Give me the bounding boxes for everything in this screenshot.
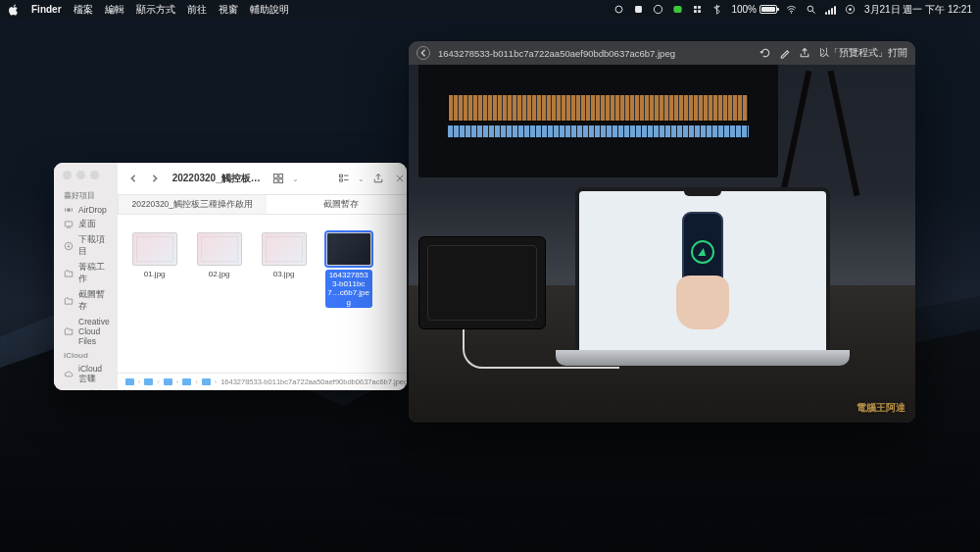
- tab-label: 截圖暫存: [323, 199, 359, 211]
- svg-point-0: [615, 6, 622, 13]
- folder-icon: [125, 378, 134, 385]
- thumbnail: [132, 232, 177, 266]
- minimize-button[interactable]: [76, 171, 85, 179]
- siri-icon[interactable]: [845, 4, 856, 15]
- sidebar-item-work[interactable]: 菁稿工作: [54, 260, 118, 287]
- sidebar-item-iclouddrive[interactable]: iCloud 雲碟: [54, 362, 118, 387]
- sidebar-item-desktop[interactable]: 桌面: [54, 217, 118, 232]
- sidebar-item-label: 桌面: [78, 219, 96, 230]
- tab-0[interactable]: 20220320_觸控板三種操作啟用: [118, 195, 267, 214]
- quicklook-filename: 1643278533-b011bc7a722aa50aef90bdb0637ac…: [438, 48, 675, 59]
- sidebar-item-ccfiles[interactable]: Creative Cloud Files: [54, 315, 118, 348]
- file-item[interactable]: 03.jpg: [261, 232, 308, 373]
- sidebar-item-label: iCloud 雲碟: [78, 364, 110, 385]
- svg-rect-16: [278, 175, 282, 178]
- file-grid: 01.jpg 02.jpg 03.jpg 1643278533-b011bc7……: [118, 215, 407, 373]
- file-item-selected[interactable]: 1643278533-b011bc7…c6b7.jpeg: [325, 232, 372, 373]
- menu-go[interactable]: 前往: [187, 3, 207, 17]
- rotate-button[interactable]: [757, 44, 774, 62]
- wifi-icon[interactable]: [786, 4, 797, 15]
- status-icon-1[interactable]: [613, 4, 624, 15]
- status-icon-3[interactable]: [653, 4, 663, 15]
- sidebar-item-label: 菁稿工作: [78, 262, 110, 285]
- svg-rect-5: [699, 6, 702, 9]
- sidebar-header-icloud: iCloud: [54, 348, 118, 362]
- menu-help[interactable]: 輔助說明: [250, 3, 289, 17]
- sidebar-item-airdrop[interactable]: AirDrop: [54, 203, 118, 217]
- zoom-button[interactable]: [90, 171, 99, 179]
- status-icon-4[interactable]: [692, 4, 703, 15]
- app-name[interactable]: Finder: [31, 4, 62, 15]
- menu-edit[interactable]: 編輯: [105, 3, 124, 17]
- forward-button[interactable]: [147, 171, 163, 186]
- chevron-down-icon[interactable]: ⌄: [292, 175, 299, 183]
- chevron-down-icon[interactable]: ⌄: [358, 175, 365, 183]
- apple-menu[interactable]: [8, 4, 20, 16]
- path-filename: 1643278533-b011bc7a722aa50aef90bdb0637ac…: [220, 377, 407, 386]
- line-icon[interactable]: [672, 4, 683, 15]
- sidebar-item-screenshots[interactable]: 截圖暫存: [54, 287, 118, 315]
- more-button[interactable]: [392, 171, 407, 186]
- path-bar[interactable]: › › › › › 1643278533-b011bc7a722aa50aef9…: [118, 373, 407, 390]
- file-name: 02.jpg: [209, 270, 230, 278]
- sidebar-item-downloads[interactable]: 下載項目: [54, 232, 118, 260]
- share-button[interactable]: [370, 171, 386, 186]
- open-with-preview-button[interactable]: 以「預覽程式」打開: [819, 47, 907, 60]
- lightning-bolt-icon: [698, 248, 708, 256]
- clock[interactable]: 3月21日 週一 下午 12:21: [864, 3, 972, 17]
- sidebar-item-label: 已共享: [78, 389, 105, 390]
- svg-rect-3: [674, 6, 682, 13]
- photo-macbook: [556, 187, 850, 383]
- finder-window[interactable]: 喜好項目 AirDrop 桌面 下載項目 菁稿工作 截圖暫存 Creative …: [54, 163, 407, 390]
- sidebar-item-shared[interactable]: 已共享: [54, 387, 118, 390]
- thumbnail: [262, 232, 307, 266]
- battery-status[interactable]: 100%: [731, 4, 777, 15]
- back-chevron-button[interactable]: [416, 46, 430, 60]
- folder-title: 20220320_觸控板…: [172, 172, 261, 185]
- search-icon[interactable]: [806, 4, 816, 15]
- file-name: 01.jpg: [144, 270, 166, 278]
- svg-point-9: [808, 6, 813, 12]
- file-item[interactable]: 02.jpg: [196, 232, 243, 373]
- charging-ring-icon: [691, 240, 714, 264]
- sidebar-item-label: AirDrop: [78, 205, 107, 215]
- svg-rect-6: [694, 10, 697, 13]
- tab-label: 20220320_觸控板三種操作啟用: [132, 199, 254, 211]
- group-button[interactable]: [336, 171, 352, 186]
- svg-rect-7: [699, 10, 702, 13]
- back-button[interactable]: [125, 171, 141, 186]
- menu-bar: Finder 檔案 編輯 顯示方式 前往 視窗 輔助說明 100% 3月21日 …: [0, 0, 980, 19]
- sidebar-header-favorites: 喜好項目: [54, 187, 118, 203]
- control-center-icon[interactable]: [825, 5, 836, 15]
- close-button[interactable]: [63, 171, 72, 179]
- markup-button[interactable]: [776, 44, 794, 62]
- folder-icon: [202, 378, 211, 385]
- folder-icon: [182, 378, 191, 385]
- thumbnail: [326, 232, 371, 266]
- bluetooth-icon[interactable]: [711, 4, 722, 15]
- photo-stand: [773, 70, 866, 207]
- svg-point-2: [655, 5, 662, 13]
- status-icon-2[interactable]: [633, 4, 644, 15]
- finder-tabs: 20220320_觸控板三種操作啟用 截圖暫存: [118, 195, 407, 215]
- svg-rect-17: [273, 179, 277, 183]
- share-button[interactable]: [796, 44, 813, 62]
- battery-icon: [760, 5, 777, 14]
- photo-case: [418, 236, 546, 329]
- tab-1[interactable]: 截圖暫存: [267, 195, 407, 214]
- sidebar-item-label: 下載項目: [78, 234, 110, 258]
- menu-view[interactable]: 顯示方式: [136, 3, 175, 17]
- quicklook-window[interactable]: 1643278533-b011bc7a722aa50aef90bdb0637ac…: [409, 41, 915, 423]
- sidebar-item-label: Creative Cloud Files: [78, 317, 110, 346]
- menu-file[interactable]: 檔案: [74, 3, 93, 17]
- quicklook-content: 電腦王阿達: [409, 65, 915, 423]
- svg-rect-18: [278, 179, 282, 183]
- menu-window[interactable]: 視窗: [219, 3, 238, 17]
- window-controls: [54, 171, 118, 187]
- view-icon-grid[interactable]: [270, 171, 286, 186]
- folder-icon: [144, 378, 153, 385]
- file-name: 1643278533-b011bc7…c6b7.jpeg: [325, 270, 372, 308]
- svg-point-12: [67, 208, 71, 212]
- file-item[interactable]: 01.jpg: [131, 232, 178, 373]
- watermark: 電腦王阿達: [857, 401, 906, 415]
